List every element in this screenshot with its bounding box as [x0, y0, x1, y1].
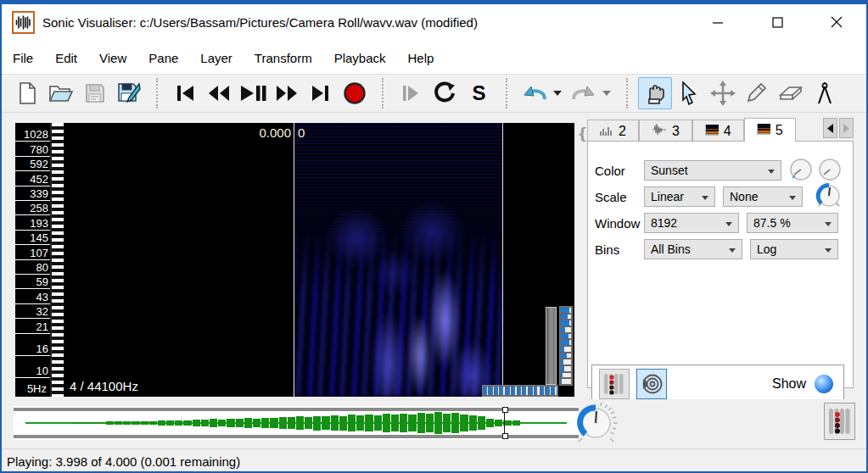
horizontal-zoom-wheel[interactable] — [482, 385, 558, 397]
edit-tool-button[interactable] — [706, 77, 740, 109]
scale-combo[interactable]: Linear — [644, 186, 715, 207]
tab-label: 5 — [776, 123, 783, 138]
bar-chart-layer-icon — [600, 124, 613, 139]
wheel-segment — [546, 386, 552, 396]
maximize-button[interactable] — [748, 4, 807, 40]
wheel-segment — [535, 386, 540, 396]
center-line — [294, 123, 294, 397]
vertical-zoom-wheel[interactable] — [559, 306, 573, 386]
close-button[interactable] — [807, 4, 866, 40]
menu-file[interactable]: File — [2, 47, 44, 70]
color-combo[interactable]: Sunset — [644, 160, 781, 181]
wheel-segment — [560, 314, 572, 320]
vertical-scale-knob[interactable] — [815, 182, 843, 213]
wheel-segment — [560, 365, 572, 372]
measure-tool-button[interactable] — [808, 77, 842, 109]
menu-layer[interactable]: Layer — [189, 47, 244, 70]
tab-scroll-right-button[interactable] — [839, 118, 854, 138]
loop-playback-button[interactable] — [428, 77, 462, 109]
bin-scale-combo[interactable]: Log — [750, 239, 838, 259]
play-pause-button[interactable] — [236, 77, 270, 109]
layer-tab-2[interactable]: 2 — [587, 120, 639, 142]
normalization-combo[interactable]: None — [723, 186, 803, 207]
play-selection-button[interactable] — [394, 77, 428, 109]
rewind-button[interactable] — [202, 77, 236, 109]
freq-tick-label: 43 — [15, 292, 50, 304]
bin-display-combo[interactable]: All Bins — [644, 239, 742, 259]
undo-dropdown-arrow[interactable] — [553, 91, 562, 96]
status-text: Playing: 3.998 of 4.000 (0.001 remaining… — [7, 454, 240, 469]
wheel-segment — [529, 386, 535, 396]
playback-speed-knob[interactable] — [575, 401, 619, 450]
scale-label: Scale — [595, 190, 644, 204]
layer-tab-bar: 2345 — [587, 118, 855, 142]
vertical-zoom-thumb[interactable] — [546, 307, 557, 385]
toolbar-separator — [626, 78, 628, 109]
freq-tick-label: 59 — [15, 276, 50, 289]
wheel-segment — [560, 353, 572, 359]
tab-label: 3 — [672, 124, 680, 139]
redo-dropdown-arrow[interactable] — [602, 91, 611, 96]
window-overlap-combo[interactable]: 87.5 % — [747, 213, 838, 233]
gain-knob[interactable] — [788, 157, 814, 186]
layer-tab-3[interactable]: 3 — [639, 120, 692, 142]
freq-bottom-label: 5Hz — [15, 382, 50, 395]
open-file-button[interactable] — [44, 77, 78, 109]
colour-rotation-knob[interactable] — [817, 157, 843, 186]
wheel-segment — [483, 386, 489, 396]
layer-tab-5[interactable]: 5 — [744, 118, 796, 142]
bottom-panel — [2, 399, 866, 448]
layer-tab-4[interactable]: 4 — [692, 120, 744, 142]
tab-label: 4 — [724, 124, 731, 139]
sonic-visualiser-window: Sonic Visualiser: c:/Users/Bassam/Pictur… — [0, 0, 868, 473]
save-session-as-button[interactable] — [112, 77, 146, 109]
layer-properties-panel: Color Sunset Scale Linear None Window 81… — [587, 141, 854, 388]
menu-edit[interactable]: Edit — [44, 47, 88, 70]
wheel-segment — [560, 333, 572, 340]
wheel-segment — [560, 326, 572, 333]
draw-tool-button[interactable] — [740, 77, 774, 109]
show-toggle-led[interactable] — [815, 375, 833, 393]
fast-forward-to-end-button[interactable] — [304, 77, 338, 109]
menu-playback[interactable]: Playback — [323, 47, 397, 70]
piano-keyboard-scale — [50, 123, 64, 397]
menu-transform[interactable]: Transform — [244, 47, 323, 70]
toolbar-separator — [382, 78, 384, 109]
wheel-segment — [560, 320, 572, 326]
playback-level-button[interactable] — [824, 403, 855, 440]
navigate-tool-button[interactable] — [638, 77, 672, 109]
spectrogram-view[interactable]: 0.000 0 4 / 44100Hz — [64, 123, 574, 397]
redo-button[interactable] — [567, 77, 601, 109]
waveform-layer-icon — [652, 124, 667, 139]
tab-scroll-left-button[interactable] — [823, 118, 837, 138]
rewind-to-start-button[interactable] — [168, 77, 202, 109]
erase-tool-button[interactable] — [774, 77, 808, 109]
record-button[interactable] — [338, 77, 372, 109]
save-session-button[interactable] — [78, 77, 112, 109]
menu-pane[interactable]: Pane — [137, 47, 189, 70]
window-size-combo[interactable]: 8192 — [644, 213, 739, 233]
solo-button[interactable]: S — [462, 77, 496, 109]
new-session-button[interactable] — [10, 77, 44, 109]
wheel-segment — [506, 386, 512, 396]
overview-playhead[interactable] — [504, 407, 505, 439]
file-toolbar-group — [2, 75, 154, 112]
menu-help[interactable]: Help — [397, 47, 445, 70]
freq-tick-label: 80 — [15, 262, 50, 275]
spectrogram-rendering — [294, 123, 503, 397]
toolbar-separator — [156, 78, 158, 109]
title-bar[interactable]: Sonic Visualiser: c:/Users/Bassam/Pictur… — [2, 4, 866, 40]
freq-tick-label: 16 — [15, 343, 50, 356]
app-icon — [12, 11, 35, 34]
wheel-segment — [489, 386, 495, 396]
select-tool-button[interactable] — [672, 77, 706, 109]
freq-tick-label: 21 — [15, 321, 50, 334]
minimize-button[interactable] — [688, 4, 748, 40]
menu-view[interactable]: View — [88, 47, 137, 70]
spectrogram-pane[interactable]: 1028780592452339258193145107805943322116… — [15, 123, 574, 397]
undo-button[interactable] — [518, 77, 552, 109]
fast-forward-button[interactable] — [270, 77, 304, 109]
overview-waveform[interactable] — [14, 406, 579, 440]
play-audition-button[interactable] — [636, 369, 667, 399]
fader-button[interactable] — [599, 369, 630, 399]
